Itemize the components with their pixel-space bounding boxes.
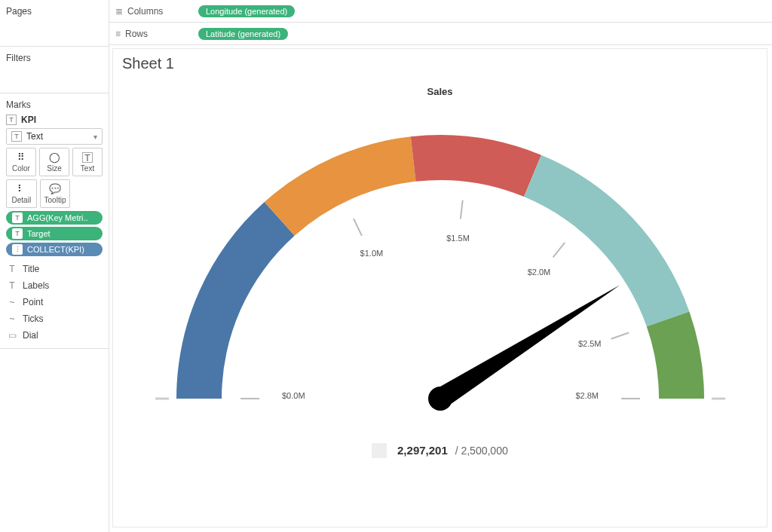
- columns-icon: ≣: [115, 6, 123, 17]
- rows-label: Rows: [125, 29, 148, 39]
- marks-pill[interactable]: TAGG(Key Metri..: [6, 211, 103, 225]
- text-button[interactable]: T Text: [72, 148, 103, 176]
- kpi-value: 2,297,201: [397, 444, 448, 457]
- marks-pills: TAGG(Key Metri..TTarget⋮COLLECT(KPI): [6, 211, 103, 256]
- color-button[interactable]: ⠿ Color: [6, 148, 36, 176]
- size-button[interactable]: ◯ Size: [39, 148, 69, 176]
- shelf-item[interactable]: ~Point: [6, 294, 103, 310]
- shelf-label: Point: [23, 297, 43, 307]
- filters-label: Filters: [6, 53, 103, 63]
- rows-shelf[interactable]: ≡ Rows Latitude (generated): [109, 23, 772, 45]
- gauge-segment: [176, 202, 295, 399]
- kpi-footer: 2,297,201 / 2,500,000: [372, 444, 507, 457]
- shelf-label: Title: [23, 264, 39, 274]
- gauge-segment: [646, 311, 703, 399]
- columns-pill[interactable]: Longitude (generated): [198, 5, 295, 17]
- text-icon: T: [6, 115, 17, 125]
- main-area: ≣ Columns Longitude (generated) ≡ Rows L…: [109, 0, 772, 532]
- filters-card: Filters: [0, 47, 109, 93]
- kpi-ghost: [372, 443, 387, 458]
- gauge-title: Sales: [113, 86, 767, 97]
- text-icon: T: [11, 131, 22, 142]
- left-sidebar: Pages Filters Marks T KPI T Text ▾ ⠿ Col…: [0, 0, 109, 532]
- color-icon: ⠿: [17, 152, 25, 163]
- marks-card: Marks T KPI T Text ▾ ⠿ Color ◯ Size: [0, 93, 109, 349]
- gauge-tick-label: $2.5M: [577, 339, 601, 348]
- gauge-tick: [354, 219, 362, 236]
- gauge-segment: [523, 155, 688, 327]
- marks-layer-kpi[interactable]: T KPI: [6, 115, 103, 125]
- gauge-tick-label: $0.0M: [282, 391, 305, 400]
- detail-button[interactable]: ⠇ Detail: [6, 179, 37, 208]
- gauge-chart: $0.0M$1.0M$1.5M$2.0M$2.5M$2.8M: [154, 97, 727, 429]
- shelf-label: Labels: [23, 280, 49, 291]
- tooltip-button[interactable]: 💬 Tooltip: [40, 179, 71, 208]
- shelf-icon: ~: [6, 313, 18, 324]
- size-icon: ◯: [49, 152, 60, 163]
- gauge-segment: [264, 136, 415, 236]
- shelf-label: Ticks: [23, 313, 44, 324]
- pill-icon: T: [12, 212, 23, 223]
- pill-icon: ⋮: [12, 244, 23, 255]
- pages-label: Pages: [6, 6, 103, 17]
- gauge-tick-label: $2.8M: [575, 391, 599, 400]
- rows-icon: ≡: [115, 29, 121, 39]
- gauge-hub: [428, 387, 452, 411]
- sheet-title: Sheet 1: [113, 49, 767, 78]
- marks-shelf-list: TTitleTLabels~Point~Ticks▭Dial: [6, 261, 103, 344]
- shelf-label: Dial: [23, 330, 38, 341]
- shelf-icon: ~: [6, 297, 18, 307]
- kpi-layer-label: KPI: [21, 115, 36, 125]
- pill-icon: T: [12, 228, 23, 239]
- shelf-item[interactable]: ~Ticks: [6, 310, 103, 327]
- shelf-item[interactable]: TTitle: [6, 261, 103, 277]
- kpi-target: / 2,500,000: [455, 445, 508, 457]
- gauge-tick: [460, 200, 462, 219]
- shelf-icon: ▭: [6, 330, 18, 341]
- gauge-tick: [611, 332, 629, 338]
- pages-card: Pages: [0, 0, 109, 47]
- tooltip-icon: 💬: [49, 184, 61, 194]
- columns-label: Columns: [127, 6, 163, 17]
- rows-pill[interactable]: Latitude (generated): [198, 28, 288, 40]
- marks-pill[interactable]: TTarget: [6, 227, 103, 240]
- shelf-item[interactable]: TLabels: [6, 277, 103, 294]
- gauge-tick-label: $2.0M: [527, 268, 550, 277]
- gauge-tick-label: $1.5M: [446, 234, 470, 243]
- mark-type-dropdown[interactable]: T Text ▾: [6, 128, 103, 145]
- shelf-icon: T: [6, 264, 18, 274]
- pill-label: Target: [27, 229, 51, 238]
- pill-label: AGG(Key Metri..: [27, 213, 88, 222]
- marks-pill[interactable]: ⋮COLLECT(KPI): [6, 243, 103, 256]
- detail-icon: ⠇: [17, 184, 25, 194]
- shelf-icon: T: [6, 280, 18, 291]
- text-icon: T: [82, 152, 93, 163]
- gauge-tick: [553, 243, 565, 258]
- pill-label: COLLECT(KPI): [27, 245, 84, 254]
- gauge-segment: [410, 135, 541, 197]
- marks-label: Marks: [6, 99, 103, 110]
- sheet-canvas: Sheet 1 Sales $0.0M$1.0M$1.5M$2.0M$2.5M$…: [112, 48, 767, 527]
- chevron-down-icon: ▾: [93, 133, 97, 141]
- mark-type-label: Text: [26, 131, 43, 142]
- gauge-tick-label: $1.0M: [360, 249, 383, 258]
- shelf-item[interactable]: ▭Dial: [6, 327, 103, 344]
- columns-shelf[interactable]: ≣ Columns Longitude (generated): [109, 0, 772, 23]
